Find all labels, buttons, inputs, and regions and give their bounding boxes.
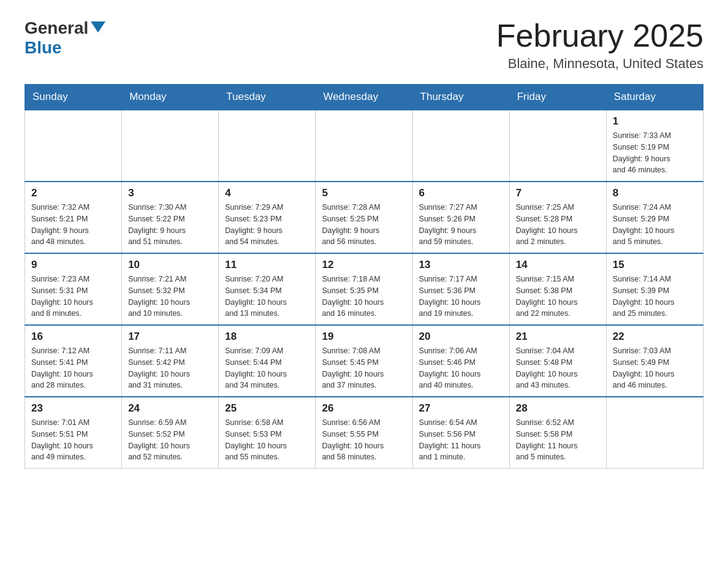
calendar-cell: 5Sunrise: 7:28 AMSunset: 5:25 PMDaylight… — [316, 182, 412, 253]
calendar-cell: 17Sunrise: 7:11 AMSunset: 5:42 PMDayligh… — [122, 325, 219, 397]
logo-general-text: General — [25, 18, 88, 38]
day-number: 23 — [31, 402, 115, 415]
day-info: Sunrise: 7:06 AMSunset: 5:46 PMDaylight:… — [419, 345, 503, 391]
day-info: Sunrise: 7:25 AMSunset: 5:28 PMDaylight:… — [516, 202, 600, 248]
calendar-cell: 18Sunrise: 7:09 AMSunset: 5:44 PMDayligh… — [219, 325, 316, 397]
calendar-cell — [219, 110, 316, 182]
calendar-cell: 24Sunrise: 6:59 AMSunset: 5:52 PMDayligh… — [122, 397, 219, 469]
day-info: Sunrise: 7:11 AMSunset: 5:42 PMDaylight:… — [128, 345, 212, 391]
weekday-header-wednesday: Wednesday — [316, 85, 412, 110]
calendar-cell: 25Sunrise: 6:58 AMSunset: 5:53 PMDayligh… — [219, 397, 316, 469]
day-number: 14 — [516, 259, 600, 271]
day-info: Sunrise: 7:14 AMSunset: 5:39 PMDaylight:… — [613, 274, 697, 320]
calendar-cell — [122, 110, 219, 182]
day-info: Sunrise: 7:08 AMSunset: 5:45 PMDaylight:… — [322, 345, 406, 391]
day-info: Sunrise: 7:32 AMSunset: 5:21 PMDaylight:… — [31, 202, 115, 248]
day-info: Sunrise: 6:59 AMSunset: 5:52 PMDaylight:… — [128, 417, 212, 463]
logo: General Blue — [25, 18, 105, 58]
day-info: Sunrise: 7:20 AMSunset: 5:34 PMDaylight:… — [225, 274, 309, 320]
day-number: 5 — [322, 187, 406, 199]
calendar-cell — [25, 110, 122, 182]
day-info: Sunrise: 7:27 AMSunset: 5:26 PMDaylight:… — [419, 202, 503, 248]
calendar-cell: 10Sunrise: 7:21 AMSunset: 5:32 PMDayligh… — [122, 253, 219, 325]
calendar-cell: 15Sunrise: 7:14 AMSunset: 5:39 PMDayligh… — [606, 253, 703, 325]
weekday-header-tuesday: Tuesday — [219, 85, 316, 110]
calendar-cell: 28Sunrise: 6:52 AMSunset: 5:58 PMDayligh… — [509, 397, 606, 469]
title-block: February 2025 Blaine, Minnesota, United … — [496, 18, 703, 72]
day-info: Sunrise: 7:33 AMSunset: 5:19 PMDaylight:… — [613, 130, 697, 176]
day-number: 15 — [613, 259, 697, 271]
day-number: 11 — [225, 259, 309, 271]
day-number: 18 — [225, 331, 309, 343]
day-number: 24 — [128, 402, 212, 415]
day-info: Sunrise: 7:09 AMSunset: 5:44 PMDaylight:… — [225, 345, 309, 391]
calendar-cell: 20Sunrise: 7:06 AMSunset: 5:46 PMDayligh… — [412, 325, 509, 397]
calendar-cell — [606, 397, 703, 469]
day-number: 4 — [225, 187, 309, 199]
day-info: Sunrise: 7:04 AMSunset: 5:48 PMDaylight:… — [516, 345, 600, 391]
calendar-week-row: 16Sunrise: 7:12 AMSunset: 5:41 PMDayligh… — [25, 325, 703, 397]
calendar-cell: 13Sunrise: 7:17 AMSunset: 5:36 PMDayligh… — [412, 253, 509, 325]
day-info: Sunrise: 7:18 AMSunset: 5:35 PMDaylight:… — [322, 274, 406, 320]
calendar-cell: 19Sunrise: 7:08 AMSunset: 5:45 PMDayligh… — [316, 325, 412, 397]
calendar-subtitle: Blaine, Minnesota, United States — [496, 56, 703, 72]
calendar-cell: 2Sunrise: 7:32 AMSunset: 5:21 PMDaylight… — [25, 182, 122, 253]
day-number: 25 — [225, 402, 309, 415]
calendar-cell — [316, 110, 412, 182]
day-number: 10 — [128, 259, 212, 271]
calendar-cell: 26Sunrise: 6:56 AMSunset: 5:55 PMDayligh… — [316, 397, 412, 469]
calendar-title: February 2025 — [496, 18, 703, 53]
day-number: 6 — [419, 187, 503, 199]
day-number: 16 — [31, 331, 115, 343]
day-info: Sunrise: 7:12 AMSunset: 5:41 PMDaylight:… — [31, 345, 115, 391]
calendar-cell: 22Sunrise: 7:03 AMSunset: 5:49 PMDayligh… — [606, 325, 703, 397]
day-number: 12 — [322, 259, 406, 271]
day-info: Sunrise: 7:21 AMSunset: 5:32 PMDaylight:… — [128, 274, 212, 320]
calendar-cell: 16Sunrise: 7:12 AMSunset: 5:41 PMDayligh… — [25, 325, 122, 397]
day-info: Sunrise: 7:15 AMSunset: 5:38 PMDaylight:… — [516, 274, 600, 320]
day-number: 22 — [613, 331, 697, 343]
day-info: Sunrise: 6:58 AMSunset: 5:53 PMDaylight:… — [225, 417, 309, 463]
day-number: 21 — [516, 331, 600, 343]
day-info: Sunrise: 6:52 AMSunset: 5:58 PMDaylight:… — [516, 417, 600, 463]
day-number: 9 — [31, 259, 115, 271]
calendar-cell: 6Sunrise: 7:27 AMSunset: 5:26 PMDaylight… — [412, 182, 509, 253]
calendar-cell — [412, 110, 509, 182]
weekday-header-thursday: Thursday — [412, 85, 509, 110]
calendar-cell: 4Sunrise: 7:29 AMSunset: 5:23 PMDaylight… — [219, 182, 316, 253]
calendar-week-row: 2Sunrise: 7:32 AMSunset: 5:21 PMDaylight… — [25, 182, 703, 253]
weekday-header-friday: Friday — [509, 85, 606, 110]
calendar-cell: 7Sunrise: 7:25 AMSunset: 5:28 PMDaylight… — [509, 182, 606, 253]
day-number: 28 — [516, 402, 600, 415]
day-number: 20 — [419, 331, 503, 343]
calendar-week-row: 23Sunrise: 7:01 AMSunset: 5:51 PMDayligh… — [25, 397, 703, 469]
weekday-header-sunday: Sunday — [25, 85, 122, 110]
calendar-table: SundayMondayTuesdayWednesdayThursdayFrid… — [25, 84, 703, 469]
day-number: 2 — [31, 187, 115, 199]
calendar-cell: 27Sunrise: 6:54 AMSunset: 5:56 PMDayligh… — [412, 397, 509, 469]
logo-triangle-icon — [91, 21, 105, 33]
calendar-cell: 3Sunrise: 7:30 AMSunset: 5:22 PMDaylight… — [122, 182, 219, 253]
calendar-cell — [509, 110, 606, 182]
weekday-header-saturday: Saturday — [606, 85, 703, 110]
weekday-header-monday: Monday — [122, 85, 219, 110]
day-number: 13 — [419, 259, 503, 271]
calendar-week-row: 9Sunrise: 7:23 AMSunset: 5:31 PMDaylight… — [25, 253, 703, 325]
day-info: Sunrise: 7:23 AMSunset: 5:31 PMDaylight:… — [31, 274, 115, 320]
calendar-cell: 11Sunrise: 7:20 AMSunset: 5:34 PMDayligh… — [219, 253, 316, 325]
day-number: 7 — [516, 187, 600, 199]
calendar-cell: 14Sunrise: 7:15 AMSunset: 5:38 PMDayligh… — [509, 253, 606, 325]
calendar-header-row: SundayMondayTuesdayWednesdayThursdayFrid… — [25, 85, 703, 110]
calendar-cell: 21Sunrise: 7:04 AMSunset: 5:48 PMDayligh… — [509, 325, 606, 397]
logo-blue-text: Blue — [25, 38, 62, 58]
calendar-cell: 23Sunrise: 7:01 AMSunset: 5:51 PMDayligh… — [25, 397, 122, 469]
day-info: Sunrise: 7:01 AMSunset: 5:51 PMDaylight:… — [31, 417, 115, 463]
day-info: Sunrise: 6:54 AMSunset: 5:56 PMDaylight:… — [419, 417, 503, 463]
day-info: Sunrise: 7:28 AMSunset: 5:25 PMDaylight:… — [322, 202, 406, 248]
day-info: Sunrise: 7:17 AMSunset: 5:36 PMDaylight:… — [419, 274, 503, 320]
calendar-week-row: 1Sunrise: 7:33 AMSunset: 5:19 PMDaylight… — [25, 110, 703, 182]
calendar-cell: 9Sunrise: 7:23 AMSunset: 5:31 PMDaylight… — [25, 253, 122, 325]
day-number: 17 — [128, 331, 212, 343]
day-info: Sunrise: 7:24 AMSunset: 5:29 PMDaylight:… — [613, 202, 697, 248]
calendar-cell: 8Sunrise: 7:24 AMSunset: 5:29 PMDaylight… — [606, 182, 703, 253]
